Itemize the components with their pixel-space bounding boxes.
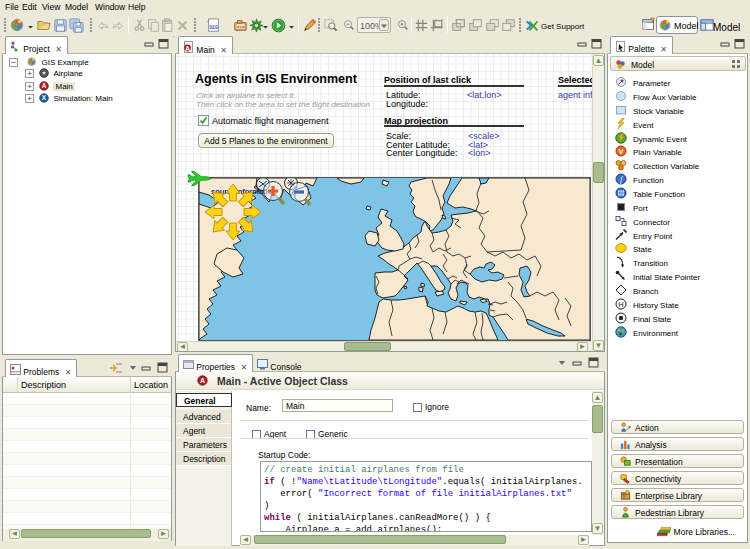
svg-text:010: 010 bbox=[237, 25, 245, 29]
svg-text:H: H bbox=[618, 300, 623, 309]
svg-text:X: X bbox=[42, 94, 47, 101]
svg-text:A: A bbox=[42, 82, 47, 89]
svg-text:V: V bbox=[618, 147, 623, 156]
svg-text:A: A bbox=[185, 45, 190, 52]
svg-text:010: 010 bbox=[209, 25, 218, 30]
svg-text:A: A bbox=[200, 377, 205, 384]
